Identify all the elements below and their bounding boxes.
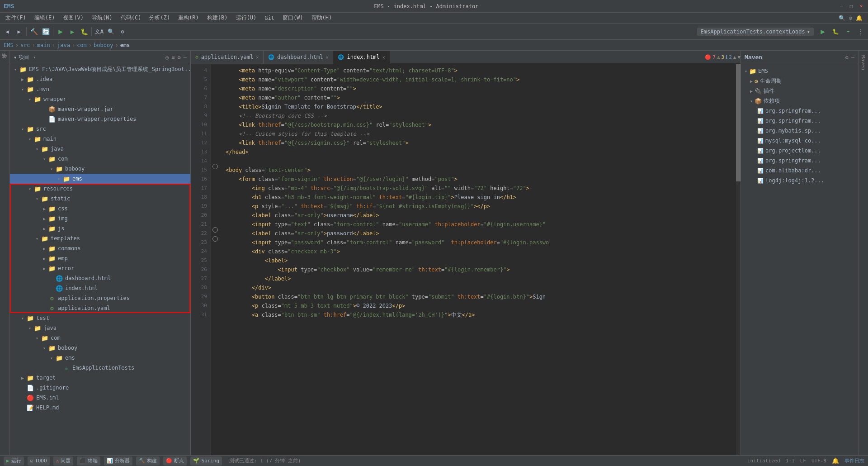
tree-item-dashboard-html[interactable]: ▶ 🌐 dashboard.html bbox=[10, 273, 190, 283]
tree-item-test-com[interactable]: ▾ 📁 com bbox=[10, 333, 190, 343]
terminal-status-btn[interactable]: ⬛ 终端 bbox=[77, 456, 100, 466]
tree-item-idea[interactable]: ▶ 📁 .idea bbox=[10, 74, 190, 84]
commit-strip-item[interactable]: 提交 bbox=[0, 52, 9, 58]
maven-dep-3[interactable]: 📊 org.mybatis.sp... bbox=[741, 126, 858, 136]
tree-item-main[interactable]: ▾ 📁 main bbox=[10, 134, 190, 144]
tree-item-css[interactable]: ▶ 📁 css bbox=[10, 204, 190, 214]
maximize-btn[interactable]: □ bbox=[848, 3, 854, 10]
tree-item-ems-iml[interactable]: ▶ 🔴 EMS.iml bbox=[10, 393, 190, 403]
minimize-btn[interactable]: ─ bbox=[838, 3, 844, 10]
bookmark-strip-item[interactable]: 书签 bbox=[0, 60, 9, 65]
maven-dep-5[interactable]: 📊 org.projectlom... bbox=[741, 146, 858, 156]
maven-item-dependencies[interactable]: ▾ 📦 依赖项 bbox=[741, 96, 858, 106]
menu-refactor[interactable]: 重构(R) bbox=[175, 13, 203, 23]
analysis-status-btn[interactable]: 📊 分析器 bbox=[104, 456, 132, 466]
tab-close-icon[interactable]: ✕ bbox=[326, 55, 328, 60]
translate-icon[interactable]: 文A bbox=[94, 26, 104, 37]
tree-item-app-props[interactable]: ▶ ⚙ application.properties bbox=[10, 293, 190, 303]
tab-application-yaml[interactable]: ⚙ application.yaml ✕ bbox=[191, 51, 264, 64]
menu-code[interactable]: 代码(C) bbox=[117, 13, 145, 23]
tree-item-app-yaml[interactable]: ▶ ⚙ application.yaml bbox=[10, 303, 190, 313]
sidebar-settings-icon[interactable]: ⚙ bbox=[178, 54, 181, 61]
tree-item-bobooy[interactable]: ▾ 📁 bobooy bbox=[10, 164, 190, 174]
maven-strip-item[interactable]: Maven bbox=[859, 52, 867, 73]
tree-item-mvn[interactable]: ▾ 📁 .mvn bbox=[10, 84, 190, 94]
settings-icon[interactable]: ⚙ bbox=[849, 15, 852, 21]
debug-btn[interactable]: 🐛 bbox=[79, 26, 90, 37]
breadcrumb-ems[interactable]: EMS bbox=[4, 42, 14, 48]
tree-item-gitignore[interactable]: ▶ 📄 .gitignore bbox=[10, 383, 190, 393]
sidebar-dropdown-icon[interactable]: ▾ bbox=[14, 54, 17, 61]
tree-item-emp[interactable]: ▶ 📁 emp bbox=[10, 253, 190, 263]
tree-item-index-html[interactable]: ▶ 🌐 index.html bbox=[10, 283, 190, 293]
maven-dep-6[interactable]: 📊 org.springfram... bbox=[741, 156, 858, 166]
menu-navigate[interactable]: 导航(N) bbox=[88, 13, 116, 23]
menu-analyze[interactable]: 分析(Z) bbox=[146, 13, 174, 23]
tree-item-js[interactable]: ▶ 📁 js bbox=[10, 223, 190, 233]
tree-item-commons[interactable]: ▶ 📁 commons bbox=[10, 243, 190, 253]
tree-item-wrapper[interactable]: ▾ 📁 wrapper bbox=[10, 94, 190, 104]
close-btn[interactable]: ✕ bbox=[858, 3, 864, 10]
back-btn[interactable]: ◀ bbox=[2, 26, 13, 37]
more-run-btn[interactable]: ⋮ bbox=[855, 26, 866, 37]
breadcrumb-java[interactable]: java bbox=[57, 42, 70, 48]
sync-btn[interactable]: 🔄 bbox=[40, 26, 51, 37]
tree-item-help-md[interactable]: ▶ 📝 HELP.md bbox=[10, 403, 190, 413]
tree-item-resources[interactable]: ▾ 📁 resources bbox=[10, 184, 190, 194]
menu-file[interactable]: 文件(F) bbox=[2, 13, 30, 23]
settings-gear-btn[interactable]: ⚙ bbox=[117, 26, 128, 37]
menu-run[interactable]: 运行(U) bbox=[232, 13, 260, 23]
menu-view[interactable]: 视图(V) bbox=[59, 13, 87, 23]
tab-close-icon[interactable]: ✕ bbox=[256, 55, 259, 60]
tree-item-com[interactable]: ▾ 📁 com bbox=[10, 154, 190, 164]
maven-dep-4[interactable]: 📊 mysql:mysql-co... bbox=[741, 136, 858, 146]
tree-item-test[interactable]: ▾ 📁 test bbox=[10, 313, 190, 323]
maven-minimize-icon[interactable]: ─ bbox=[851, 54, 854, 61]
forward-btn[interactable]: ▶ bbox=[14, 26, 24, 37]
tree-item-java[interactable]: ▾ 📁 java bbox=[10, 144, 190, 154]
tree-item-maven-props[interactable]: ▶ 📄 maven-wrapper.properties bbox=[10, 114, 190, 124]
sidebar-collapse-icon[interactable]: ≡ bbox=[171, 54, 175, 61]
notifications-icon[interactable]: 🔔 bbox=[856, 15, 863, 21]
tree-item-target[interactable]: ▶ 📁 target bbox=[10, 373, 190, 383]
run-app-btn[interactable]: ▶ bbox=[817, 26, 828, 37]
menu-git[interactable]: Git bbox=[261, 14, 278, 22]
tree-item-error[interactable]: ▶ 📁 error bbox=[10, 263, 190, 273]
debug-app-btn[interactable]: 🐛 bbox=[830, 26, 841, 37]
tree-item-test-ems[interactable]: ▾ 📁 ems bbox=[10, 353, 190, 363]
run-status-btn[interactable]: ▶ 运行 bbox=[4, 456, 24, 466]
up-arrow-icon[interactable]: ▲ bbox=[733, 54, 736, 60]
run-config-btn[interactable]: ▶ bbox=[55, 26, 66, 37]
run-debug-btn[interactable]: ▶ bbox=[67, 26, 78, 37]
run-config-dropdown[interactable]: EmsApplicationTests.contextLoads ▾ bbox=[697, 28, 814, 36]
menu-help[interactable]: 帮助(H) bbox=[308, 13, 336, 23]
code-editor[interactable]: 4 5 6 7 8 9 10 11 12 13 14 15 16 17 18 1… bbox=[191, 64, 741, 455]
tree-item-img[interactable]: ▶ 📁 img bbox=[10, 214, 190, 223]
maven-dep-1[interactable]: 📊 org.springfram... bbox=[741, 106, 858, 116]
tree-item-ems-tests[interactable]: ▶ ☕ EmsApplicationTests bbox=[10, 363, 190, 373]
maven-item-lifecycle[interactable]: ▶ ⚙ 生命周期 bbox=[741, 76, 858, 86]
problems-status-btn[interactable]: ⚠ 问题 bbox=[53, 456, 74, 466]
tree-item-ems[interactable]: ▾ 📁 ems bbox=[10, 174, 190, 184]
maven-item-ems[interactable]: ▾ 📁 EMS bbox=[741, 66, 858, 76]
maven-dep-8[interactable]: 📊 log4j:log4j:1.2... bbox=[741, 176, 858, 185]
maven-dep-7[interactable]: 📊 com.alibaba:dr... bbox=[741, 166, 858, 176]
menu-edit[interactable]: 编辑(E) bbox=[31, 13, 59, 23]
tab-dashboard-html[interactable]: 🌐 dashboard.html ✕ bbox=[264, 51, 333, 64]
tree-item-templates[interactable]: ▾ 📁 templates bbox=[10, 233, 190, 243]
editor-scrollbar[interactable] bbox=[736, 64, 741, 455]
maven-dep-2[interactable]: 📊 org.springfram... bbox=[741, 116, 858, 126]
search-btn[interactable]: 🔍 bbox=[105, 26, 116, 37]
tree-item-test-bobooy[interactable]: ▾ 📁 bobooy bbox=[10, 343, 190, 353]
coverage-btn[interactable]: ☂ bbox=[843, 26, 854, 37]
spring-status-btn[interactable]: 🌱 Spring bbox=[190, 456, 222, 466]
breadcrumb-bobooy[interactable]: bobooy bbox=[94, 42, 113, 48]
sidebar-minimize-icon[interactable]: ─ bbox=[184, 54, 187, 61]
tree-item-ems-root[interactable]: ▾ 📁 EMS F:\JAVA\JavaWeb项目成品\员工管理系统_Sprin… bbox=[10, 64, 190, 74]
breadcrumb-com[interactable]: com bbox=[77, 42, 87, 48]
event-log-label[interactable]: 事件日志 bbox=[844, 457, 864, 464]
down-arrow-icon[interactable]: ▼ bbox=[737, 54, 741, 60]
menu-window[interactable]: 窗口(W) bbox=[279, 13, 307, 23]
build-status-btn[interactable]: 🔨 构建 bbox=[136, 456, 160, 466]
notification-bell[interactable]: 🔔 bbox=[832, 457, 839, 464]
